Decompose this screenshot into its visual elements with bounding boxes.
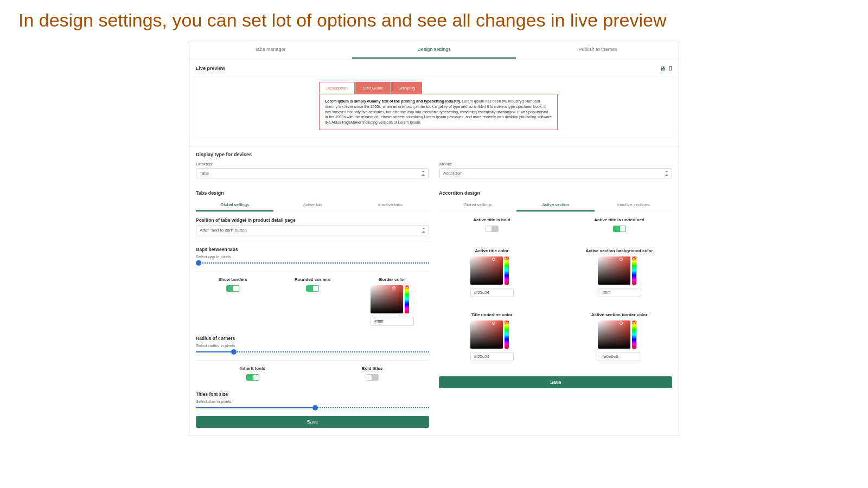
rounded-corners-toggle[interactable] xyxy=(306,285,319,292)
top-nav: Tabs manager Design settings Publish to … xyxy=(188,41,680,59)
acc-subtab-active[interactable]: Active section xyxy=(516,199,594,211)
nav-publish[interactable]: Publish to themes xyxy=(516,41,680,59)
position-select[interactable]: After "add to cart" button xyxy=(196,225,429,235)
acc-border-color-label: Active section border color xyxy=(566,312,672,317)
active-underlined-label: Active title is underlined xyxy=(566,217,672,222)
page-headline: In design settings, you can set lot of o… xyxy=(0,0,868,34)
active-title-color-picker[interactable] xyxy=(470,256,503,285)
inherit-fonts-toggle[interactable] xyxy=(246,374,259,381)
acc-border-color-hue[interactable] xyxy=(632,320,636,349)
preview-tab-size-guide[interactable]: Size Guide xyxy=(355,82,391,94)
live-preview-title: Live preview xyxy=(196,66,225,71)
underline-color-label: Title underline color xyxy=(439,312,545,317)
preview-tab-description[interactable]: Description xyxy=(319,82,355,94)
mobile-select[interactable]: Accordion xyxy=(439,168,672,178)
accordion-design-heading: Accordion design xyxy=(439,190,672,196)
desktop-label: Desktop xyxy=(196,162,429,166)
gaps-slider-label: Select gap in pixels xyxy=(196,254,429,259)
bold-titles-toggle[interactable] xyxy=(366,374,379,381)
preview-content: Lorem Ipsum is simply dummy text of the … xyxy=(319,94,558,130)
active-bold-label: Active title is bold xyxy=(439,217,545,222)
underline-color-picker[interactable] xyxy=(470,320,503,349)
accordion-save-button[interactable]: Save xyxy=(439,376,672,388)
tabs-design-panel: Tabs design Global settings Active tab I… xyxy=(196,190,429,428)
active-title-color-label: Active title color xyxy=(439,248,545,253)
show-borders-label: Show borders xyxy=(196,277,270,282)
inherit-fonts-label: Inherit fonts xyxy=(196,366,310,371)
border-color-hue[interactable] xyxy=(405,285,409,313)
tabs-subtab-active[interactable]: Active tab xyxy=(273,199,351,211)
app-container: Tabs manager Design settings Publish to … xyxy=(188,41,680,436)
border-color-input[interactable] xyxy=(371,317,414,326)
display-type-section: Display type for devices Desktop Tabs Mo… xyxy=(188,146,680,184)
desktop-icon[interactable]: 🖥 xyxy=(660,65,666,72)
active-title-color-input[interactable] xyxy=(470,288,514,297)
rounded-corners-label: Rounded corners xyxy=(276,277,350,282)
tabs-subtab-inactive[interactable]: Inactive tabs xyxy=(352,199,429,211)
acc-border-color-picker[interactable] xyxy=(598,320,630,349)
tabs-save-button[interactable]: Save xyxy=(196,416,429,428)
bold-titles-label: Bold titles xyxy=(315,366,429,371)
nav-design-settings[interactable]: Design settings xyxy=(352,41,516,59)
preview-bold: Lorem Ipsum is simply dummy text of the … xyxy=(325,99,461,103)
gaps-slider[interactable] xyxy=(196,262,429,264)
tabs-subtab-global[interactable]: Global settings xyxy=(196,199,273,211)
border-color-picker[interactable] xyxy=(371,285,403,313)
acc-subtab-global[interactable]: Global settings xyxy=(439,199,516,211)
active-bg-hue[interactable] xyxy=(632,256,636,285)
font-size-slider-label: Select size in pixels xyxy=(196,399,429,404)
live-preview-panel: Description Size Guide Shipping Lorem Ip… xyxy=(195,76,673,138)
radius-heading: Radius of corners xyxy=(196,336,429,341)
active-bg-picker[interactable] xyxy=(598,256,630,285)
preview-tab-shipping[interactable]: Shipping xyxy=(391,82,422,94)
accordion-design-panel: Accordion design Global settings Active … xyxy=(439,190,672,428)
font-size-heading: Titles font size xyxy=(196,391,429,397)
active-bg-input[interactable] xyxy=(598,288,641,297)
acc-subtab-inactive[interactable]: Inactive sections xyxy=(595,199,672,211)
show-borders-toggle[interactable] xyxy=(226,285,239,292)
mobile-icon[interactable]: ▯ xyxy=(669,65,672,72)
nav-tabs-manager[interactable]: Tabs manager xyxy=(188,41,352,59)
tabs-design-heading: Tabs design xyxy=(196,190,429,196)
active-bold-toggle[interactable] xyxy=(486,226,499,232)
active-title-color-hue[interactable] xyxy=(505,256,509,285)
active-bg-label: Active section background color xyxy=(566,248,672,253)
display-type-heading: Display type for devices xyxy=(196,152,672,157)
mobile-label: Mobile xyxy=(439,162,672,166)
position-label: Position of tabs widget in product detai… xyxy=(196,217,429,223)
gaps-heading: Gaps between tabs xyxy=(196,247,429,252)
underline-color-input[interactable] xyxy=(470,352,514,361)
border-color-label: Border color xyxy=(355,277,429,282)
radius-slider-label: Select radius in pixels xyxy=(196,343,429,348)
underline-color-hue[interactable] xyxy=(505,320,509,349)
desktop-select[interactable]: Tabs xyxy=(196,168,429,178)
font-size-slider[interactable] xyxy=(196,407,429,408)
active-underlined-toggle[interactable] xyxy=(613,226,626,232)
radius-slider[interactable] xyxy=(196,351,429,352)
acc-border-color-input[interactable] xyxy=(598,352,641,361)
